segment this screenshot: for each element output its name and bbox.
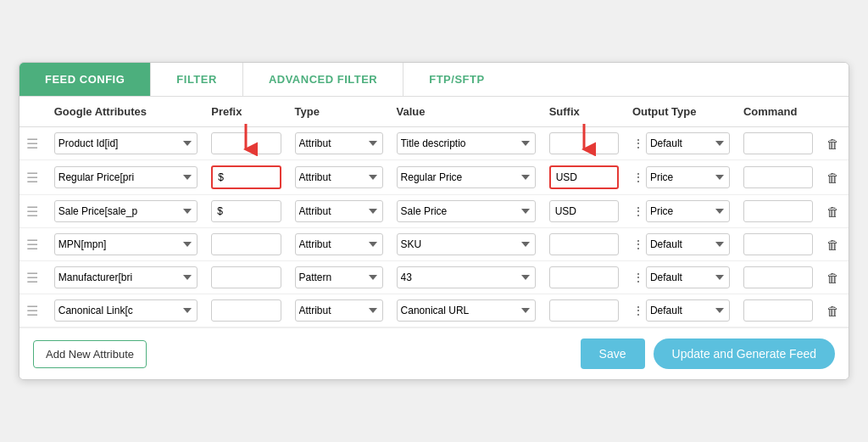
drag-handle-icon[interactable]: ☰ [26,204,38,219]
value-cell: Sale Price [390,195,542,228]
output-type-cell: ⋮ Default [626,127,737,160]
attributes-table: Google Attributes Prefix Type Value Suff… [19,97,849,327]
value-select[interactable]: SKU [397,233,536,255]
command-input[interactable] [743,166,813,188]
tab-feed-config[interactable]: FEED CONFIG [19,63,151,96]
save-button[interactable]: Save [581,338,645,369]
drag-handle-icon[interactable]: ☰ [26,137,38,151]
delete-row-button[interactable]: 🗑 [826,271,839,285]
command-input[interactable] [743,266,813,288]
google-attribute-cell: Product Id[id] [47,127,205,160]
output-type-select[interactable]: Default [646,299,730,322]
command-input[interactable] [743,299,813,322]
type-select[interactable]: Attribut [295,233,383,255]
google-attribute-select[interactable]: Product Id[id] [54,132,198,154]
delete-row-button[interactable]: 🗑 [826,238,839,252]
prefix-cell [204,261,287,294]
google-attribute-cell: Canonical Link[c [47,294,205,327]
col-output-type: Output Type [626,97,737,127]
suffix-input[interactable] [549,200,619,222]
delete-cell: 🗑 [820,127,849,160]
output-type-dots-icon: ⋮ [632,171,644,184]
suffix-cell [542,160,626,195]
type-cell: Attribut [288,127,390,160]
suffix-input[interactable] [549,266,619,288]
tab-advanced-filter[interactable]: ADVANCED FILTER [243,63,403,96]
type-select[interactable]: Attribut [295,299,383,322]
output-type-select[interactable]: Default [646,132,730,154]
suffix-input[interactable] [549,233,619,255]
command-cell [737,127,820,160]
value-select[interactable]: Sale Price [397,200,536,222]
output-type-cell: ⋮ Default [626,228,737,261]
output-type-dots-icon: ⋮ [632,204,644,218]
command-cell [737,228,820,261]
value-select[interactable]: Regular Price [397,166,536,188]
command-input[interactable] [743,200,813,222]
output-type-dots-icon: ⋮ [632,238,644,251]
tab-bar: FEED CONFIG FILTER ADVANCED FILTER FTP/S… [19,63,849,97]
type-select[interactable]: Attribut [295,200,383,222]
col-drag [19,97,47,127]
prefix-input[interactable] [211,200,281,222]
type-select[interactable]: Attribut [295,166,383,188]
tab-filter[interactable]: FILTER [151,63,243,96]
prefix-cell [204,294,287,327]
tab-ftp-sftp[interactable]: FTP/SFTP [403,63,509,96]
delete-cell: 🗑 [820,160,849,195]
action-buttons: Save Update and Generate Feed [581,338,835,369]
feed-config-panel: FEED CONFIG FILTER ADVANCED FILTER FTP/S… [19,62,849,380]
prefix-input[interactable] [211,233,281,255]
value-cell: Regular Price [390,160,542,195]
value-select[interactable]: Title descriptio [397,132,536,154]
delete-cell: 🗑 [820,294,849,327]
google-attribute-select[interactable]: Manufacturer[bri [54,266,198,288]
drag-handle-icon[interactable]: ☰ [26,171,38,185]
add-new-attribute-button[interactable]: Add New Attribute [33,340,147,368]
drag-handle-icon[interactable]: ☰ [26,271,38,285]
value-cell: Canonical URL [390,294,542,327]
value-select[interactable]: Canonical URL [397,299,536,322]
prefix-input[interactable] [211,299,281,322]
google-attribute-select[interactable]: MPN[mpn] [54,233,198,255]
delete-row-button[interactable]: 🗑 [826,137,839,151]
type-cell: Pattern [288,261,390,294]
google-attribute-cell: MPN[mpn] [47,228,205,261]
drag-handle-icon[interactable]: ☰ [26,238,38,252]
prefix-cell [204,160,287,195]
table-header-row: Google Attributes Prefix Type Value Suff… [19,97,849,127]
google-attribute-select[interactable]: Sale Price[sale_p [54,200,198,222]
command-input[interactable] [743,132,813,154]
prefix-input[interactable] [211,165,281,189]
command-input[interactable] [743,233,813,255]
delete-row-button[interactable]: 🗑 [826,171,839,185]
delete-row-button[interactable]: 🗑 [826,304,839,318]
suffix-input[interactable] [549,299,619,322]
table-row: ☰ Canonical Link[c Attribut Canonical UR… [19,294,849,327]
col-type: Type [288,97,390,127]
suffix-input[interactable] [549,165,619,189]
value-select[interactable]: 43 [397,266,536,288]
output-type-select[interactable]: Price [646,166,730,188]
google-attribute-select[interactable]: Regular Price[pri [54,166,198,188]
update-generate-button[interactable]: Update and Generate Feed [654,338,835,369]
output-type-dots-icon: ⋮ [632,137,644,150]
output-type-select[interactable]: Price [646,200,730,222]
output-type-cell: ⋮ Default [626,294,737,327]
drag-handle-icon[interactable]: ☰ [26,304,38,318]
type-select[interactable]: Pattern [295,266,383,288]
type-select[interactable]: Attribut [295,132,383,154]
prefix-input[interactable] [211,132,281,154]
suffix-input[interactable] [549,132,619,154]
google-attribute-select[interactable]: Canonical Link[c [54,299,198,322]
output-type-dots-icon: ⋮ [632,271,644,284]
output-type-select[interactable]: Default [646,233,730,255]
col-prefix: Prefix [204,97,287,127]
output-type-select[interactable]: Default [646,266,730,288]
google-attribute-cell: Sale Price[sale_p [47,195,205,228]
table-row: ☰ MPN[mpn] Attribut SKU ⋮ Default 🗑 [19,228,849,261]
value-cell: SKU [390,228,542,261]
output-type-dots-icon: ⋮ [632,304,644,317]
prefix-input[interactable] [211,266,281,288]
delete-row-button[interactable]: 🗑 [826,204,839,219]
